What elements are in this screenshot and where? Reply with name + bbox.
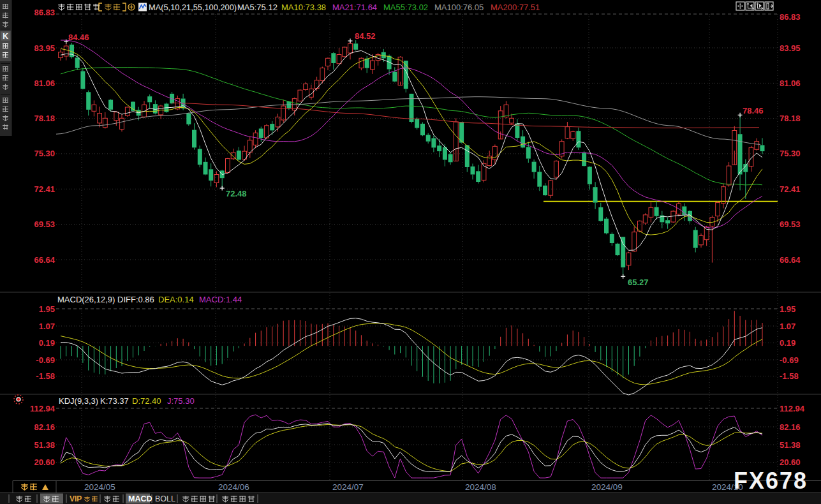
svg-text:D:72.40: D:72.40 [132,396,161,406]
svg-text:MA10:73.38: MA10:73.38 [281,3,326,12]
svg-text:J:75.30: J:75.30 [167,396,195,406]
svg-text:69.53: 69.53 [780,219,801,229]
svg-text:20.60: 20.60 [780,457,801,467]
svg-text:78.18: 78.18 [34,114,55,123]
svg-text:K: K [3,32,8,41]
svg-text:83.95: 83.95 [780,43,801,53]
svg-text:84.46: 84.46 [68,33,89,42]
svg-text:MACD(26,12,9): MACD(26,12,9) [57,295,115,304]
svg-text:86.83: 86.83 [780,12,801,22]
svg-text:83.95: 83.95 [34,43,55,53]
svg-text:DIFF:0.86: DIFF:0.86 [117,295,154,304]
svg-text:K:73.37: K:73.37 [100,396,129,406]
svg-text:MA5:75.12: MA5:75.12 [237,3,277,12]
svg-text:82.16: 82.16 [34,422,55,432]
svg-text:FX678: FX678 [734,468,808,494]
svg-text:MA21:71.64: MA21:71.64 [332,3,377,12]
svg-text:0.19: 0.19 [780,338,795,348]
svg-text:MA100:76.05: MA100:76.05 [434,3,484,12]
svg-text:1.95: 1.95 [780,304,795,314]
svg-text:1.07: 1.07 [780,322,795,331]
svg-text:2024/08: 2024/08 [465,482,496,492]
svg-text:72.41: 72.41 [780,184,801,194]
svg-text:66.64: 66.64 [34,255,55,265]
svg-text:81.06: 81.06 [780,78,801,88]
svg-text:69.53: 69.53 [34,219,55,229]
svg-text:51.38: 51.38 [34,440,55,450]
svg-text:DEA:0.14: DEA:0.14 [158,295,194,304]
svg-text:-1.58: -1.58 [36,371,55,381]
svg-text:BOLL: BOLL [155,494,175,503]
svg-text:1.07: 1.07 [39,322,55,331]
svg-text:51.38: 51.38 [780,440,801,450]
svg-text:112.94: 112.94 [780,404,805,413]
svg-text:2024/05: 2024/05 [84,482,115,492]
svg-text:82.16: 82.16 [780,422,801,432]
svg-text:-0.69: -0.69 [36,355,55,365]
svg-text:78.46: 78.46 [743,106,764,115]
svg-text:0.19: 0.19 [39,338,55,348]
svg-text:75.30: 75.30 [34,149,55,158]
svg-text:2024/09: 2024/09 [591,482,623,492]
svg-text:VIP: VIP [70,494,82,503]
svg-text:MA55:73.02: MA55:73.02 [383,3,428,12]
svg-text:MACD: MACD [128,494,152,503]
svg-text:2024/07: 2024/07 [332,482,364,492]
svg-text:75.30: 75.30 [780,149,801,158]
svg-text:-1.58: -1.58 [780,371,799,381]
svg-text:81.06: 81.06 [34,78,55,88]
svg-text:MA(5,10,21,55,100,200): MA(5,10,21,55,100,200) [149,3,237,12]
svg-text:78.18: 78.18 [780,114,801,123]
svg-text:72.41: 72.41 [34,184,55,194]
svg-text:84.52: 84.52 [355,31,376,41]
svg-text:KDJ(9,3,3): KDJ(9,3,3) [59,396,98,406]
svg-text:65.27: 65.27 [628,278,649,287]
svg-text:-0.69: -0.69 [780,355,799,365]
svg-text:MA200:77.51: MA200:77.51 [491,3,540,12]
svg-text:66.64: 66.64 [780,255,801,265]
svg-text:20.60: 20.60 [34,457,55,467]
svg-text:MACD:1.44: MACD:1.44 [199,295,242,304]
svg-text:2024/06: 2024/06 [218,482,249,492]
svg-text:1.95: 1.95 [39,304,55,314]
svg-text:112.94: 112.94 [30,404,55,413]
svg-text:72.48: 72.48 [226,189,247,198]
svg-text:86.83: 86.83 [34,8,55,17]
